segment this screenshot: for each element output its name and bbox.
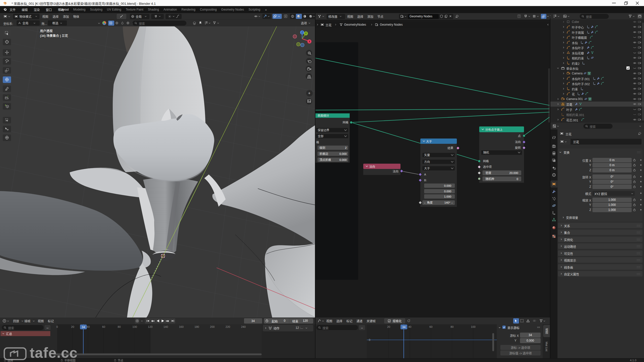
svg-text:顶点折痕: 顶点折痕 — [319, 158, 331, 161]
svg-text:随机种: 随机种 — [486, 177, 494, 180]
svg-text:点: 点 — [518, 134, 521, 138]
svg-text:0.000: 0.000 — [444, 184, 451, 187]
svg-text:100: 100 — [471, 325, 475, 328]
svg-text:方向: 方向 — [424, 160, 430, 163]
svg-text:Z: Z — [301, 31, 303, 34]
svg-text:全部: 全部 — [318, 134, 324, 138]
svg-text:40: 40 — [408, 325, 411, 328]
svg-text:法向: 法向 — [369, 165, 375, 168]
svg-text:240: 240 — [241, 325, 246, 328]
svg-text:法向: 法向 — [393, 170, 398, 173]
svg-text:表面细分: 表面细分 — [317, 114, 329, 117]
svg-text:80: 80 — [118, 325, 121, 328]
svg-text:20: 20 — [71, 325, 74, 328]
svg-text:保留边界: 保留边界 — [318, 128, 329, 132]
svg-text:80: 80 — [451, 325, 454, 328]
svg-text:格: 格 — [316, 141, 319, 144]
svg-text:200: 200 — [210, 325, 215, 328]
svg-text:密度: 密度 — [486, 171, 491, 174]
svg-text:网格: 网格 — [483, 159, 489, 163]
svg-text:‹: ‹ — [424, 201, 425, 204]
svg-text:20: 20 — [387, 325, 390, 328]
svg-text:随机: 随机 — [483, 151, 489, 154]
svg-text:A: A — [424, 173, 426, 176]
svg-text:级别: 级别 — [319, 146, 325, 149]
svg-text:0.000: 0.000 — [444, 190, 451, 193]
svg-text:60: 60 — [102, 325, 105, 328]
svg-text:0.000: 0.000 — [339, 158, 347, 161]
svg-text:Y: Y — [305, 32, 307, 35]
svg-text:1.000: 1.000 — [444, 195, 451, 198]
svg-text:X: X — [309, 40, 310, 43]
svg-text:0: 0 — [369, 338, 370, 341]
svg-text:›: › — [452, 201, 453, 204]
svg-text:0: 0 — [56, 325, 58, 328]
svg-text:100: 100 — [132, 325, 137, 328]
svg-text:折痕边: 折痕边 — [319, 152, 328, 155]
svg-text:120: 120 — [148, 325, 152, 328]
svg-text:140: 140 — [164, 325, 168, 328]
svg-text:0.000: 0.000 — [339, 152, 347, 155]
svg-text:140°: 140° — [444, 201, 450, 204]
svg-text:角度: 角度 — [427, 201, 433, 204]
svg-text:大于: 大于 — [424, 167, 430, 170]
svg-text:矢量: 矢量 — [424, 153, 430, 157]
svg-text:2: 2 — [345, 146, 347, 149]
svg-text:网格: 网格 — [343, 121, 348, 124]
svg-text:220: 220 — [226, 325, 230, 328]
svg-text:大于: 大于 — [426, 140, 432, 143]
svg-text:60: 60 — [429, 325, 432, 328]
svg-text:180: 180 — [194, 325, 199, 328]
svg-text:法向: 法向 — [515, 140, 521, 144]
svg-text:20.000: 20.000 — [509, 171, 518, 174]
svg-text:选中项: 选中项 — [483, 165, 492, 168]
svg-text:40: 40 — [87, 325, 90, 328]
svg-text:B:: B: — [424, 179, 427, 182]
svg-text:旋转: 旋转 — [515, 146, 521, 149]
svg-text:结果: 结果 — [448, 147, 453, 150]
svg-text:160: 160 — [179, 325, 183, 328]
svg-text:0: 0 — [517, 177, 518, 180]
svg-text:分布点于面上: 分布点于面上 — [485, 128, 503, 131]
